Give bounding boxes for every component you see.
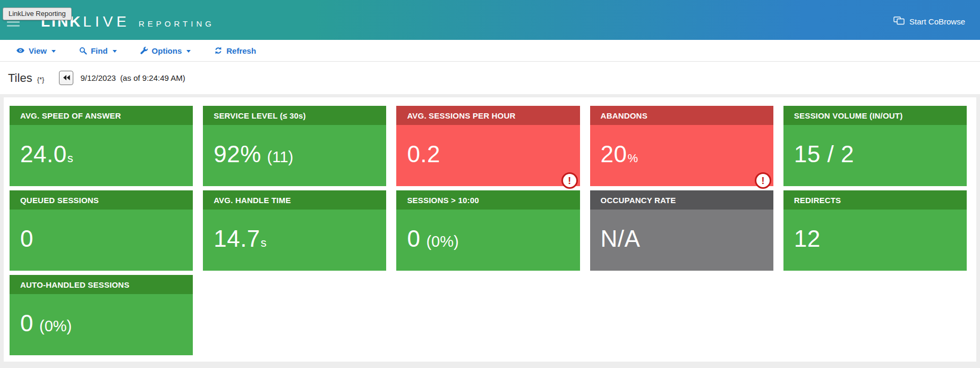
wrench-icon — [140, 47, 148, 55]
tile-header: AVG. SESSIONS PER HOUR — [396, 106, 580, 125]
metric-tile: ABANDONS 20 % ! — [590, 106, 773, 186]
tile-label: OCCUPANCY RATE — [601, 196, 676, 205]
tile-body: 0.2 — [396, 125, 580, 168]
tiles-grid: AVG. SPEED OF ANSWER 24.0 s SERVICE LEVE… — [10, 106, 967, 355]
tile-value-secondary: (0%) — [426, 233, 458, 250]
tile-label: SESSIONS > 10:00 — [407, 196, 479, 205]
title-bar: Tiles {*} 9/12/2023 (as of 9:24:49 AM) — [0, 62, 980, 94]
tile-value: 0 — [20, 310, 33, 337]
tile-body: 20 % — [590, 125, 773, 168]
tooltip: LinkLive Reporting — [3, 7, 72, 20]
tile-label: REDIRECTS — [794, 196, 841, 205]
tile-header: OCCUPANCY RATE — [590, 190, 773, 210]
tile-body: 24.0 s — [10, 125, 193, 168]
hamburger-bar — [7, 25, 20, 27]
hamburger-bar — [7, 21, 20, 23]
tile-header: SERVICE LEVEL (≤ 30s) — [203, 106, 386, 125]
tile-label: ABANDONS — [601, 111, 647, 120]
chevron-down-icon — [186, 50, 191, 53]
tile-value-secondary: % — [628, 152, 638, 165]
tile-body: 14.7 s — [203, 210, 386, 252]
tile-header: AVG. SPEED OF ANSWER — [10, 106, 193, 125]
tile-value: 0 — [407, 225, 420, 252]
tile-body: 0 (0%) — [10, 294, 193, 337]
logo-live-text: LIVE — [83, 13, 130, 30]
search-icon — [79, 47, 87, 55]
cobrowse-screens-icon — [893, 16, 905, 27]
tile-header: AVG. HANDLE TIME — [203, 190, 386, 210]
view-menu-button[interactable]: View — [16, 46, 56, 55]
tile-value: 15 / 2 — [794, 141, 854, 168]
tile-body: 92% (11) — [203, 125, 386, 168]
tile-label: SESSION VOLUME (IN/OUT) — [794, 111, 903, 120]
chevron-down-icon — [113, 50, 117, 53]
metric-tile: AVG. SPEED OF ANSWER 24.0 s — [10, 106, 193, 186]
tile-label: AUTO-HANDLED SESSIONS — [20, 280, 130, 289]
title-badge: {*} — [37, 76, 45, 83]
rewind-icon — [63, 73, 70, 83]
metric-tile: SERVICE LEVEL (≤ 30s) 92% (11) — [203, 106, 386, 186]
tiles-card: AVG. SPEED OF ANSWER 24.0 s SERVICE LEVE… — [4, 97, 976, 362]
tile-body: 15 / 2 — [783, 125, 967, 168]
tile-header: REDIRECTS — [783, 190, 967, 210]
page-title: Tiles — [8, 71, 32, 85]
app-header: LINK LIVE REPORTING Start CoBrowse LinkL… — [0, 0, 980, 40]
tile-value: 14.7 — [214, 225, 260, 252]
tile-value: 92% — [214, 141, 261, 168]
previous-date-button[interactable] — [59, 71, 73, 85]
tile-header: SESSIONS > 10:00 — [396, 190, 580, 210]
metric-tile: SESSIONS > 10:00 0 (0%) — [396, 190, 580, 271]
alert-exclamation-icon: ! — [755, 172, 771, 189]
metric-tile: QUEUED SESSIONS 0 — [10, 190, 193, 271]
options-label: Options — [152, 46, 182, 55]
tile-value: 0 — [20, 225, 33, 252]
tile-header: QUEUED SESSIONS — [10, 190, 193, 210]
tile-label: QUEUED SESSIONS — [20, 196, 99, 205]
metric-tile: OCCUPANCY RATE N/A — [590, 190, 773, 271]
view-label: View — [29, 46, 47, 55]
eye-icon — [16, 46, 25, 55]
find-label: Find — [91, 46, 108, 55]
tile-value: 12 — [794, 225, 821, 252]
tile-value-secondary: s — [261, 236, 267, 250]
metric-tile: AVG. SESSIONS PER HOUR 0.2 ! — [396, 106, 580, 186]
alert-exclamation-icon: ! — [561, 172, 578, 189]
chevron-down-icon — [52, 50, 56, 53]
refresh-button[interactable]: Refresh — [214, 46, 256, 55]
tile-body: 0 (0%) — [396, 210, 580, 252]
logo-reporting-text: REPORTING — [139, 19, 215, 28]
tile-label: AVG. HANDLE TIME — [214, 196, 291, 205]
find-menu-button[interactable]: Find — [79, 46, 117, 55]
tile-body: N/A — [590, 210, 773, 252]
report-date: 9/12/2023 — [80, 73, 116, 82]
cobrowse-label: Start CoBrowse — [909, 17, 965, 26]
start-cobrowse-button[interactable]: Start CoBrowse — [893, 16, 965, 27]
content-area: AVG. SPEED OF ANSWER 24.0 s SERVICE LEVE… — [0, 94, 980, 368]
tile-value: 20 — [601, 141, 627, 168]
tile-label: AVG. SPEED OF ANSWER — [20, 111, 121, 120]
refresh-icon — [214, 46, 223, 55]
tile-value: 0.2 — [407, 141, 440, 168]
tile-body: 12 — [783, 210, 967, 252]
tile-header: ABANDONS — [590, 106, 773, 125]
tile-body: 0 — [10, 210, 193, 252]
tile-value-secondary: (11) — [267, 148, 293, 166]
as-of-time: (as of 9:24:49 AM) — [120, 73, 185, 82]
refresh-label: Refresh — [226, 46, 256, 55]
tile-value: 24.0 — [20, 141, 67, 168]
toolbar: View Find Options Re — [0, 40, 980, 62]
metric-tile: REDIRECTS 12 — [783, 190, 967, 271]
metric-tile: AUTO-HANDLED SESSIONS 0 (0%) — [10, 275, 193, 355]
tile-value: N/A — [601, 225, 641, 252]
tile-label: AVG. SESSIONS PER HOUR — [407, 111, 515, 120]
metric-tile: SESSION VOLUME (IN/OUT) 15 / 2 — [783, 106, 967, 186]
tile-value-secondary: s — [67, 152, 73, 165]
tile-value-secondary: (0%) — [39, 317, 72, 335]
metric-tile: AVG. HANDLE TIME 14.7 s — [203, 190, 386, 271]
tile-header: AUTO-HANDLED SESSIONS — [10, 275, 193, 294]
tile-label: SERVICE LEVEL (≤ 30s) — [214, 111, 306, 120]
tile-header: SESSION VOLUME (IN/OUT) — [783, 106, 967, 125]
options-menu-button[interactable]: Options — [140, 46, 191, 55]
